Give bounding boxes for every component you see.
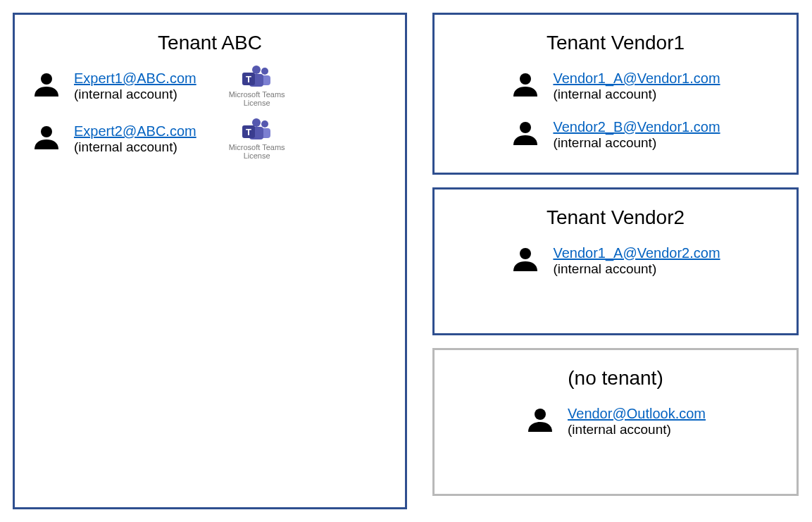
- user-text-block: Vendor2_B@Vendor1.com (internal account): [553, 118, 720, 151]
- no-tenant-box: (no tenant) Vendor@Outlook.com (internal…: [432, 348, 799, 496]
- user-account-type: (internal account): [553, 261, 720, 278]
- teams-license-badge: Microsoft Teams License: [229, 66, 285, 107]
- person-icon: [511, 120, 540, 147]
- license-label: Microsoft Teams License: [229, 91, 285, 107]
- teams-license-badge: Microsoft Teams License: [229, 118, 285, 160]
- user-text-block: Vendor1_A@Vendor2.com (internal account): [553, 244, 720, 278]
- no-tenant-title: (no tenant): [451, 367, 780, 390]
- teams-icon: [241, 66, 273, 89]
- teams-icon: [241, 118, 273, 142]
- right-column: Tenant Vendor1 Vendor1_A@Vendor1.com (in…: [432, 13, 799, 496]
- tenant-vendor2-title: Tenant Vendor2: [451, 206, 780, 229]
- user-text-block: Expert1@ABC.com (internal account): [74, 70, 196, 103]
- person-icon: [511, 246, 540, 273]
- user-account-type: (internal account): [74, 87, 196, 103]
- person-icon: [525, 406, 555, 433]
- person-icon: [32, 124, 61, 151]
- user-row: Vendor1_A@Vendor2.com (internal account): [451, 244, 780, 278]
- user-email-link[interactable]: Expert1@ABC.com: [74, 70, 196, 87]
- tenant-vendor1-title: Tenant Vendor1: [451, 32, 780, 54]
- diagram-canvas: Tenant ABC Expert1@ABC.com (internal acc…: [13, 13, 799, 509]
- user-email-link[interactable]: Expert2@ABC.com: [74, 123, 196, 139]
- user-row: Vendor@Outlook.com (internal account): [451, 405, 780, 438]
- tenant-vendor2-box: Tenant Vendor2 Vendor1_A@Vendor2.com (in…: [432, 187, 799, 335]
- user-row: Expert2@ABC.com (internal account) Micro…: [32, 123, 388, 160]
- user-email-link[interactable]: Vendor1_A@Vendor1.com: [553, 70, 720, 87]
- user-email-link[interactable]: Vendor1_A@Vendor2.com: [553, 244, 720, 261]
- user-row: Expert1@ABC.com (internal account) Micro…: [32, 70, 388, 107]
- left-column: Tenant ABC Expert1@ABC.com (internal acc…: [13, 13, 407, 509]
- license-label: Microsoft Teams License: [229, 144, 285, 160]
- user-text-block: Vendor@Outlook.com (internal account): [568, 405, 706, 438]
- user-text-block: Expert2@ABC.com (internal account): [74, 123, 196, 156]
- tenant-vendor1-box: Tenant Vendor1 Vendor1_A@Vendor1.com (in…: [432, 13, 799, 175]
- tenant-abc-box: Tenant ABC Expert1@ABC.com (internal acc…: [13, 13, 407, 509]
- person-icon: [511, 71, 540, 98]
- user-text-block: Vendor1_A@Vendor1.com (internal account): [553, 70, 720, 103]
- tenant-abc-title: Tenant ABC: [32, 32, 388, 54]
- user-email-link[interactable]: Vendor2_B@Vendor1.com: [553, 118, 720, 135]
- user-email-link[interactable]: Vendor@Outlook.com: [568, 405, 706, 422]
- user-row: Vendor1_A@Vendor1.com (internal account): [451, 70, 780, 103]
- user-row: Vendor2_B@Vendor1.com (internal account): [451, 118, 780, 151]
- user-account-type: (internal account): [553, 135, 720, 151]
- user-account-type: (internal account): [553, 87, 720, 103]
- user-account-type: (internal account): [74, 139, 196, 156]
- person-icon: [32, 71, 61, 98]
- user-account-type: (internal account): [568, 422, 706, 438]
